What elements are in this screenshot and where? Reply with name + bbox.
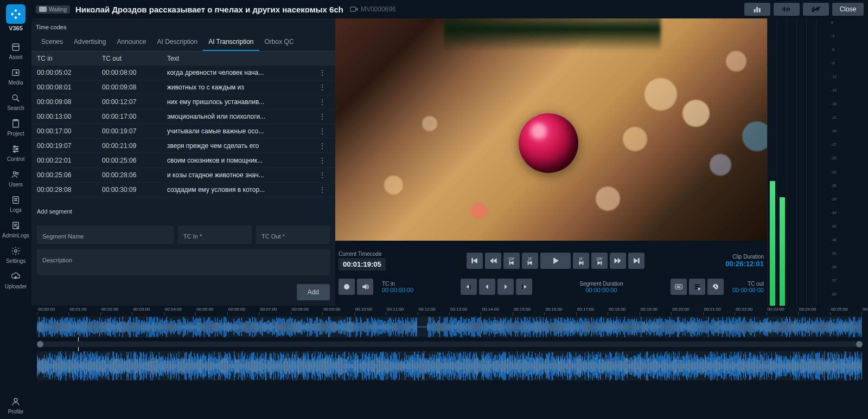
table-body[interactable]: 00:00:05:0200:00:08:00когда древности че… <box>31 66 335 204</box>
table-row[interactable]: 00:00:13:0000:00:17:00эмоциональной или … <box>31 109 335 124</box>
svg-rect-19 <box>13 222 19 229</box>
row-menu-icon[interactable]: ⋮ <box>319 142 330 150</box>
stats-button[interactable] <box>744 3 770 16</box>
nav-control[interactable]: Control <box>0 141 31 166</box>
tab-orbox-qc[interactable]: Orbox QC <box>259 34 299 51</box>
svg-point-4 <box>12 95 17 100</box>
row-menu-icon[interactable]: ⋮ <box>319 113 330 120</box>
cell-tc-in: 00:00:19:07 <box>37 142 102 150</box>
svg-point-23 <box>15 250 17 253</box>
cell-tc-out: 00:00:21:09 <box>102 142 167 150</box>
app-logo[interactable] <box>6 4 25 24</box>
cc-icon <box>39 7 47 12</box>
row-menu-icon[interactable]: ⋮ <box>319 83 330 91</box>
rewind-button[interactable] <box>485 253 501 269</box>
nav-search[interactable]: Search <box>0 90 31 115</box>
nav-uploader[interactable]: Uploader <box>0 268 31 294</box>
svg-rect-29 <box>759 9 760 12</box>
tab-announce[interactable]: Announce <box>111 34 151 51</box>
tab-ai-description[interactable]: AI Description <box>151 34 203 51</box>
nav-users[interactable]: Users <box>0 166 31 192</box>
description-input[interactable]: Description <box>37 249 330 275</box>
transport-bar-2: TC in00:00:00:00 Segment Duration00:00:0… <box>335 275 767 298</box>
zoom-handle-left[interactable] <box>37 341 43 347</box>
add-button[interactable]: Add <box>297 284 330 300</box>
timeline-ruler[interactable]: 00:00:0000:01:0000:02:0000:03:0000:04:00… <box>37 308 863 315</box>
cell-tc-in: 00:00:09:08 <box>37 98 102 106</box>
svg-point-25 <box>14 398 17 402</box>
video-player: Current Timecode 00:01:19:05 10F 1F 1F 1… <box>335 18 767 306</box>
step-back-1f-button[interactable]: 1F <box>522 253 538 269</box>
step-fwd-10f-button[interactable]: 10F <box>591 253 608 269</box>
disable-waveform-button[interactable] <box>803 3 829 16</box>
close-button[interactable]: Close <box>832 3 864 16</box>
loop-button[interactable] <box>339 279 355 295</box>
tc-in-input[interactable]: TC In * <box>178 225 252 244</box>
table-row[interactable]: 00:00:22:0100:00:25:06своим союзников и … <box>31 153 335 168</box>
mute-button[interactable] <box>357 279 373 295</box>
skip-start-button[interactable] <box>467 253 483 269</box>
mark-in-button[interactable] <box>461 279 477 295</box>
seg-dur-label: Segment Duration <box>579 281 623 287</box>
svg-point-13 <box>14 151 15 152</box>
row-menu-icon[interactable]: ⋮ <box>319 69 330 76</box>
skip-end-button[interactable] <box>628 253 644 269</box>
table-row[interactable]: 00:00:28:0800:00:30:09создадим ему услов… <box>31 183 335 197</box>
col-text: Text <box>167 55 319 62</box>
asset-title: Николай Дроздов рассказывает о пчелах и … <box>75 5 343 14</box>
tab-advertising[interactable]: Advertising <box>68 34 111 51</box>
step-fwd-1f-button[interactable]: 1F <box>573 253 589 269</box>
nav-project[interactable]: Project <box>0 115 31 141</box>
table-row[interactable]: 00:00:25:0600:00:28:06и козы стадное жив… <box>31 168 335 183</box>
zoom-slider[interactable] <box>37 341 863 347</box>
tc-out-value: 00:00:00:00 <box>732 287 764 293</box>
meter-ls: Ls <box>796 18 806 306</box>
table-row[interactable]: 00:00:17:0000:00:19:07учитывали самые ва… <box>31 124 335 139</box>
nav-settings[interactable]: Settings <box>0 243 31 268</box>
goto-out-button[interactable] <box>497 279 514 295</box>
tab-scenes[interactable]: Scenes <box>36 34 68 51</box>
row-menu-icon[interactable]: ⋮ <box>319 98 330 106</box>
svg-rect-0 <box>12 44 19 50</box>
waveform-track-1[interactable] <box>37 317 863 337</box>
table-row[interactable]: 00:00:08:0100:00:09:08животных то с кажд… <box>31 80 335 95</box>
section-timecodes-label: Time codes <box>31 18 335 34</box>
transcription-panel: Time codes Scenes Advertising Announce A… <box>31 18 335 306</box>
table-row[interactable]: 00:00:19:0700:00:21:09зверя прежде чем с… <box>31 139 335 153</box>
zoom-handle-right[interactable] <box>856 341 863 347</box>
mark-out-button[interactable] <box>516 279 532 295</box>
svg-rect-27 <box>754 9 755 12</box>
nav-asset[interactable]: Asset <box>0 39 31 65</box>
goto-in-button[interactable] <box>479 279 495 295</box>
nav-media[interactable]: Media <box>0 65 31 90</box>
tab-ai-transcription[interactable]: AI Transcription <box>203 34 259 51</box>
tc-out-input[interactable]: TC Out * <box>256 225 330 244</box>
cell-tc-in: 00:00:05:02 <box>37 69 102 76</box>
cell-text: животных то с каждым из <box>167 83 319 91</box>
video-frame[interactable] <box>335 18 767 241</box>
nav-profile[interactable]: Profile <box>0 394 31 419</box>
sidebar: V365 Asset Media Search Project Control … <box>0 0 31 419</box>
svg-text:CC: CC <box>676 286 681 288</box>
play-button[interactable] <box>540 253 571 269</box>
history-button[interactable] <box>707 279 724 295</box>
nav-logs[interactable]: Logs <box>0 192 31 217</box>
playlist-button[interactable] <box>689 279 705 295</box>
svg-rect-42 <box>509 261 510 264</box>
nav-adminlogs[interactable]: AdminLogs <box>0 217 31 243</box>
waveform-button[interactable] <box>774 3 800 16</box>
col-tc-in: TC in <box>37 55 102 62</box>
table-row[interactable]: 00:00:05:0200:00:08:00когда древности че… <box>31 66 335 80</box>
forward-button[interactable] <box>610 253 626 269</box>
row-menu-icon[interactable]: ⋮ <box>319 157 330 164</box>
segment-name-input[interactable]: Segment Name <box>37 225 174 244</box>
panel-tabs: Scenes Advertising Announce AI Descripti… <box>31 34 335 51</box>
waveform-track-2[interactable] <box>37 351 863 381</box>
cell-text: зверя прежде чем сделать его <box>167 142 319 150</box>
step-back-10f-button[interactable]: 10F <box>503 253 520 269</box>
row-menu-icon[interactable]: ⋮ <box>319 171 330 179</box>
row-menu-icon[interactable]: ⋮ <box>319 127 330 135</box>
row-menu-icon[interactable]: ⋮ <box>319 186 330 194</box>
table-row[interactable]: 00:00:09:0800:00:12:07них ему пришлось у… <box>31 95 335 109</box>
cc-button[interactable]: CC <box>671 279 687 295</box>
